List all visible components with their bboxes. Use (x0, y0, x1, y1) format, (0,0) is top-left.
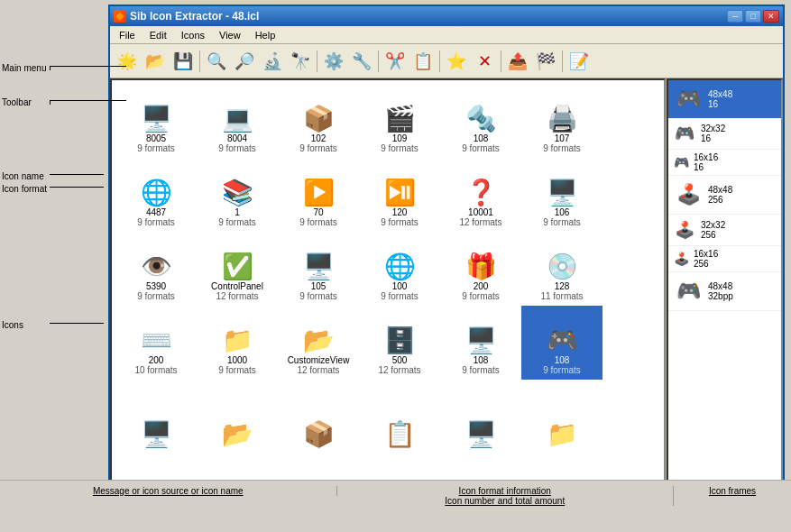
toolbar: 🌟 📂 💾 🔍 🔎 🔬 🔭 ⚙️ 🔧 ✂️ 📋 ⭐ ✕ 📤 🏁 📝 (110, 44, 783, 78)
icon-format: 9 formats (299, 217, 337, 227)
toolbar-search-btn[interactable]: 🔍 (203, 48, 230, 75)
icon-cell-8004[interactable]: 💻 8004 9 formats (197, 84, 278, 158)
icon-cell-r5-4[interactable]: 📋 (359, 380, 440, 454)
icon-name: CustomizeView (288, 355, 350, 365)
icon-img: 💿 (547, 252, 578, 281)
format-item-48x48-16[interactable]: 🎮 48x4816 (668, 80, 781, 118)
minimize-button[interactable]: ─ (727, 10, 743, 23)
icon-format: 9 formats (543, 217, 581, 227)
icon-name: 1 (235, 207, 240, 217)
icon-cell-108b[interactable]: 🖥️ 108 9 formats (440, 306, 521, 380)
toolbar-edit-btn[interactable]: 📝 (566, 48, 593, 75)
icon-name: 109 (392, 133, 408, 143)
toolbar-windows-btn[interactable]: 🏁 (532, 48, 559, 75)
format-item-48x48-256[interactable]: 🕹️ 48x48256 (668, 176, 781, 215)
icon-cell-r5-5[interactable]: 🖥️ (440, 380, 521, 454)
icon-cell-106[interactable]: 🖥️ 106 9 formats (521, 158, 602, 232)
icon-cell-128[interactable]: 💿 128 11 formats (521, 232, 602, 306)
titlebar: 🔶 Sib Icon Extractor - 48.icl ─ □ ✕ (110, 6, 783, 26)
icon-cell-200b[interactable]: ⌨️ 200 10 formats (115, 306, 197, 380)
icon-name: 106 (555, 207, 570, 217)
menu-icons[interactable]: Icons (174, 28, 212, 42)
toolbar-cut-btn[interactable]: ✂️ (382, 48, 409, 75)
icon-img: 📚 (222, 178, 253, 207)
icon-format: 9 formats (462, 291, 500, 301)
icon-cell-109[interactable]: 🎬 109 9 formats (359, 84, 440, 158)
toolbar-zoomin-btn[interactable]: 🔬 (259, 48, 286, 75)
icon-cell-120[interactable]: ⏯️ 120 9 formats (359, 158, 440, 232)
toolbar-set-btn[interactable]: 🔧 (348, 48, 375, 75)
toolbar-sep4 (439, 50, 440, 72)
count-label: Icon number and total amount (445, 496, 565, 506)
icon-name: 200 (474, 281, 489, 291)
menu-edit[interactable]: Edit (143, 28, 174, 42)
toolbar-zoomout-btn[interactable]: 🔭 (287, 48, 314, 75)
icon-cell-8005[interactable]: 🖥️ 8005 9 formats (115, 84, 197, 158)
icon-format: 9 formats (462, 365, 500, 375)
icon-cell-r5-1[interactable]: 🖥️ (115, 380, 197, 454)
icon-format: 12 formats (216, 291, 258, 301)
icon-img: 📋 (384, 419, 416, 449)
icon-cell-105[interactable]: 🖥️ 105 9 formats (278, 232, 359, 306)
menu-view[interactable]: View (212, 28, 248, 42)
toolbar-export-btn[interactable]: 📤 (504, 48, 531, 75)
icon-cell-100[interactable]: 🌐 100 9 formats (359, 232, 440, 306)
format-icon: 🕹️ (672, 250, 690, 268)
icon-img: ⏯️ (384, 178, 416, 207)
close-button[interactable]: ✕ (763, 10, 779, 23)
icon-cell-r5-3[interactable]: 📦 (278, 380, 359, 454)
icon-img: 🎁 (465, 252, 497, 281)
icon-cell-1000[interactable]: 📁 1000 9 formats (197, 306, 278, 380)
toolbar-prop-btn[interactable]: ⚙️ (320, 48, 347, 75)
format-item-16x16-256[interactable]: 🕹️ 16x16256 (668, 246, 781, 272)
icon-name: 70 (313, 207, 323, 217)
icon-cell-customizeview[interactable]: 📂 CustomizeView 12 formats (278, 306, 359, 380)
menu-file[interactable]: File (112, 28, 143, 42)
toolbar-open-btn[interactable]: 📂 (142, 48, 169, 75)
icons-grid[interactable]: 🖥️ 8005 9 formats 💻 8004 9 formats 📦 102… (110, 78, 666, 485)
icon-cell-1[interactable]: 📚 1 9 formats (197, 158, 278, 232)
format-label: 48x4832bpp (708, 281, 733, 301)
icon-img: 📁 (547, 419, 578, 449)
icon-cell-107[interactable]: 🖨️ 107 9 formats (521, 84, 602, 158)
icon-img: ▶️ (303, 178, 335, 207)
toolbar-delete-btn[interactable]: ✕ (471, 48, 498, 75)
icon-cell-500[interactable]: 🗄️ 500 12 formats (359, 306, 440, 380)
icon-img: 🔩 (465, 104, 497, 133)
toolbar-copy-btn[interactable]: 📋 (409, 48, 437, 75)
toolbar-save-btn[interactable]: 💾 (170, 48, 197, 75)
icon-format: 9 formats (218, 365, 256, 375)
icon-name-label: Icon name (2, 171, 44, 181)
maximize-button[interactable]: □ (745, 10, 761, 23)
icon-cell-108-selected[interactable]: 🎮 108 9 formats (521, 306, 602, 380)
message-label: Message or icon source or icon name (93, 486, 244, 496)
format-item-32x32-256[interactable]: 🕹️ 32x32256 (668, 215, 781, 246)
icon-cell-r5-6[interactable]: 📁 (521, 380, 602, 454)
icon-img: 🖥️ (465, 419, 497, 449)
toolbar-findnext-btn[interactable]: 🔎 (231, 48, 258, 75)
icon-img: 💻 (222, 104, 253, 133)
menubar: File Edit Icons View Help (110, 26, 783, 44)
menu-help[interactable]: Help (248, 28, 283, 42)
format-item-48x48-32bpp[interactable]: 🎮 48x4832bpp (668, 272, 781, 311)
icon-name: 120 (392, 207, 408, 217)
toolbar-star-btn[interactable]: ⭐ (443, 48, 470, 75)
icon-cell-controlpanel[interactable]: ✅ ControlPanel 12 formats (197, 232, 278, 306)
icon-cell-70[interactable]: ▶️ 70 9 formats (278, 158, 359, 232)
format-item-32x32-16[interactable]: 🎮 32x3216 (668, 118, 781, 150)
toolbar-sep2 (317, 50, 317, 72)
icon-cell-108[interactable]: 🔩 108 9 formats (440, 84, 521, 158)
toolbar-new-btn[interactable]: 🌟 (114, 48, 141, 75)
frames-section: Icon frames (674, 486, 791, 496)
icon-cell-5390[interactable]: 👁️ 5390 9 formats (115, 232, 197, 306)
icon-cell-102[interactable]: 📦 102 9 formats (278, 84, 359, 158)
format-item-16x16-16[interactable]: 🎮 16x1616 (668, 150, 781, 176)
format-label: 32x32256 (701, 220, 725, 240)
icon-img: 🗄️ (384, 326, 416, 355)
icon-img: 🎬 (384, 104, 416, 133)
format-list[interactable]: 🎮 48x4816 🎮 32x3216 🎮 16x1616 🕹️ 48x4825… (667, 78, 783, 485)
icon-cell-200[interactable]: 🎁 200 9 formats (440, 232, 521, 306)
icon-cell-r5-2[interactable]: 📂 (197, 380, 278, 454)
icon-cell-4487[interactable]: 🌐 4487 9 formats (115, 158, 197, 232)
icon-cell-10001[interactable]: ❓ 10001 12 formats (440, 158, 521, 232)
